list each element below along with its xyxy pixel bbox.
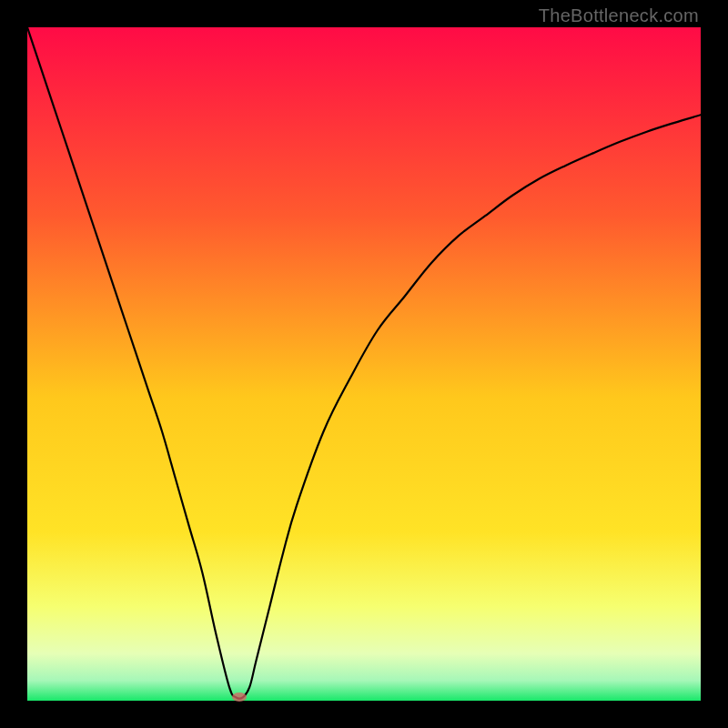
watermark: TheBottleneck.com (539, 5, 699, 26)
plot-area (27, 27, 701, 701)
bottleneck-curve (27, 27, 701, 701)
